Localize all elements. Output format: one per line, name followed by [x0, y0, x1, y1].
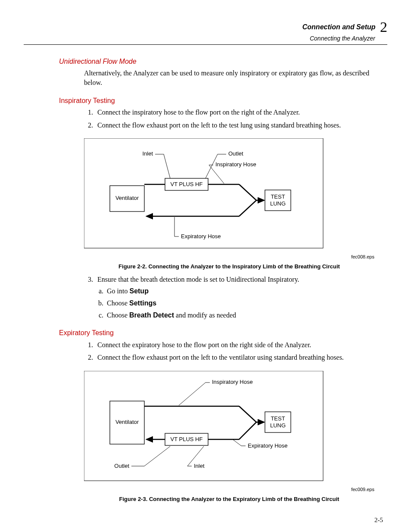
label-exp-hose2: Expiratory Hose: [248, 442, 287, 449]
list-item: Connect the flow exhaust port on the lef…: [95, 353, 374, 362]
list-item: Connect the inspiratory hose to the flow…: [95, 108, 374, 117]
label-test: TEST: [271, 193, 285, 200]
list-item: Connect the expiratory hose to the flow …: [95, 340, 374, 350]
label-lung: LUNG: [270, 200, 286, 207]
label-outlet: Outlet: [228, 150, 243, 157]
label-outlet2: Outlet: [114, 463, 129, 469]
sublist: Go into Setup Choose Settings Choose Bre…: [105, 286, 374, 320]
list-item: Ensure that the breath detection mode is…: [95, 275, 374, 320]
figure-2-3-file: fec009.eps: [24, 486, 374, 493]
list-item: Connect the flow exhaust port on the lef…: [95, 121, 374, 130]
header-subtitle: Connecting the Analyzer: [24, 34, 375, 43]
label-insp-hose: Inspiratory Hose: [215, 161, 256, 168]
heading-inspiratory: Inspiratory Testing: [59, 96, 387, 106]
label-inlet2: Inlet: [194, 463, 205, 469]
label-test2: TEST: [271, 415, 285, 422]
list-inspiratory-cont: Ensure that the breath detection mode is…: [95, 275, 374, 320]
label-ventilator2: Ventilator: [115, 419, 139, 425]
svg-rect-0: [84, 138, 323, 248]
label-ventilator: Ventilator: [115, 195, 139, 201]
chapter-number: 2: [380, 19, 387, 35]
label-device2: VT PLUS HF: [171, 436, 203, 442]
step3-text: Ensure that the breath detection mode is…: [97, 276, 299, 283]
list-inspiratory: Connect the inspiratory hose to the flow…: [95, 108, 374, 130]
page-number: 2-5: [24, 516, 383, 524]
svg-line-6: [239, 184, 256, 200]
heading-unidirectional: Unidirectional Flow Mode: [59, 57, 387, 66]
label-lung2: LUNG: [270, 422, 286, 429]
label-exp-hose: Expiratory Hose: [181, 233, 221, 240]
list-item: Choose Breath Detect and modify as neede…: [105, 311, 374, 320]
para-unidirectional: Alternatively, the Analyzer can be used …: [84, 68, 374, 87]
figure-2-3: Ventilator VT PLUS HF TEST LUNG Inspirat…: [84, 371, 387, 483]
list-item: Choose Settings: [105, 299, 374, 308]
label-insp-hose2: Inspiratory Hose: [212, 379, 253, 385]
list-item: Go into Setup: [105, 286, 374, 296]
page-header: Connection and Setup 2 Connecting the An…: [24, 17, 387, 45]
figure-2-2-caption: Figure 2-2. Connecting the Analyzer to t…: [84, 263, 374, 271]
figure-2-3-caption: Figure 2-3. Connecting the Analyzer to t…: [84, 495, 374, 503]
svg-line-15: [239, 406, 256, 422]
heading-expiratory: Expiratory Testing: [59, 328, 387, 338]
svg-line-8: [239, 200, 256, 216]
label-inlet: Inlet: [142, 150, 153, 157]
svg-line-17: [239, 422, 256, 439]
header-title: Connection and Setup: [302, 23, 376, 31]
figure-2-2-file: fec008.eps: [24, 254, 374, 260]
list-expiratory: Connect the expiratory hose to the flow …: [95, 340, 374, 362]
label-device: VT PLUS HF: [171, 181, 203, 187]
figure-2-2: Ventilator VT PLUS HF TEST LUNG Inlet Ou…: [84, 138, 387, 250]
